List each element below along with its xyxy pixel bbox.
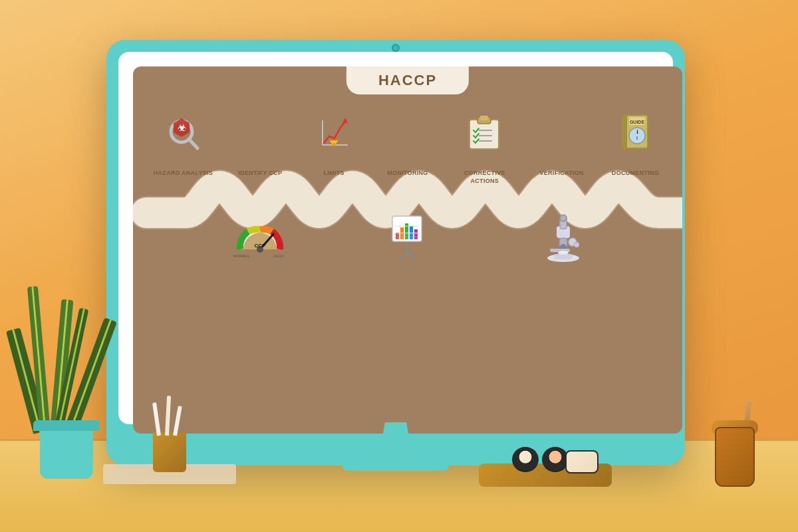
- svg-rect-35: [414, 229, 418, 239]
- svg-point-46: [560, 215, 567, 221]
- icon-corrective-bottom: [452, 213, 518, 263]
- icon-ccp-gauge: CCP NORMAL HIGH: [230, 213, 290, 263]
- svg-rect-31: [396, 233, 399, 239]
- svg-text:☣: ☣: [178, 122, 186, 133]
- plant-container: [13, 133, 120, 479]
- svg-text:CCP: CCP: [255, 243, 267, 249]
- microscope-icon: [537, 213, 587, 263]
- icon-corrective: [452, 112, 518, 152]
- haccp-title: HACCP: [378, 72, 437, 88]
- step-identify-ccp: IDENTIFY CCP: [230, 170, 290, 185]
- step-monitoring: MONITORING: [378, 170, 438, 185]
- scene: HACCP HAZARD ANALYSIS: [0, 0, 798, 532]
- step-label-ccp: IDENTIFY CCP: [230, 170, 290, 178]
- step-label-verification: VERIFICATION: [532, 170, 592, 178]
- step-corrective: CORRECTIVE ACTIONS: [452, 170, 518, 185]
- monitor-base: [342, 459, 449, 471]
- sushi-roll-2: [542, 447, 569, 472]
- icon-limits: !: [304, 115, 364, 152]
- svg-rect-16: [622, 115, 627, 148]
- svg-text:i: i: [636, 136, 638, 140]
- step-verification: VERIFICATION: [532, 170, 592, 185]
- monitor-outer: HACCP HAZARD ANALYSIS: [106, 40, 685, 466]
- svg-marker-6: [342, 118, 348, 123]
- svg-rect-11: [480, 116, 488, 120]
- step-label-limits: LIMITS: [304, 170, 364, 178]
- step-label-corrective: CORRECTIVE ACTIONS: [452, 170, 518, 185]
- step-documenting: DOCUMENTING: [605, 170, 665, 185]
- sushi-roll-1: [512, 447, 539, 472]
- icon-hazard-bottom: [150, 213, 216, 263]
- plant-pot: [40, 426, 93, 479]
- steps-row: HAZARD ANALYSIS IDENTIFY CCP LIMITS MONI…: [133, 170, 682, 185]
- monitoring-chart-icon: [386, 213, 429, 263]
- screen: HACCP HAZARD ANALYSIS: [133, 66, 682, 434]
- haccp-title-tab: HACCP: [346, 66, 469, 94]
- ccp-gauge-icon: CCP NORMAL HIGH: [233, 213, 287, 263]
- step-label-hazard: HAZARD ANALYSIS: [150, 170, 216, 178]
- biohazard-magnifier-icon: ☣: [163, 115, 203, 152]
- sushi-piece: [565, 450, 598, 473]
- svg-line-27: [399, 253, 407, 261]
- svg-text:NORMAL: NORMAL: [233, 254, 250, 258]
- svg-text:ℹ: ℹ: [636, 129, 638, 135]
- guide-book-icon: GUIDE ℹ i: [617, 112, 654, 152]
- svg-point-51: [574, 242, 579, 247]
- step-limits: LIMITS: [304, 170, 364, 185]
- icons-bottom-row: CCP NORMAL HIGH: [133, 213, 682, 263]
- svg-point-52: [558, 251, 569, 255]
- svg-line-1: [189, 139, 198, 148]
- step-hazard-analysis: HAZARD ANALYSIS: [150, 170, 216, 185]
- icon-microscope: [532, 213, 592, 263]
- icon-monitoring-chart: [378, 213, 438, 263]
- svg-text:!: !: [332, 142, 334, 148]
- clipboard-icon: [463, 112, 506, 152]
- limits-chart-icon: !: [316, 115, 352, 152]
- svg-line-28: [407, 253, 415, 261]
- coffee-cup: [712, 420, 758, 487]
- icon-hazard: ☣: [150, 115, 216, 152]
- svg-text:GUIDE: GUIDE: [630, 120, 645, 124]
- svg-rect-32: [400, 227, 404, 239]
- webcam: [392, 44, 400, 52]
- pencil-cup: [153, 432, 186, 472]
- step-label-documenting: DOCUMENTING: [605, 170, 665, 178]
- step-label-monitoring: MONITORING: [378, 170, 438, 178]
- monitor-inner: HACCP HAZARD ANALYSIS: [118, 52, 673, 424]
- icon-documenting-bottom: [605, 213, 665, 263]
- icon-limits-bottom: [304, 213, 364, 263]
- cup-body: [715, 427, 755, 487]
- icons-top-row: ☣: [133, 112, 682, 152]
- svg-text:HIGH: HIGH: [274, 254, 284, 258]
- icon-documenting: GUIDE ℹ i: [605, 112, 665, 152]
